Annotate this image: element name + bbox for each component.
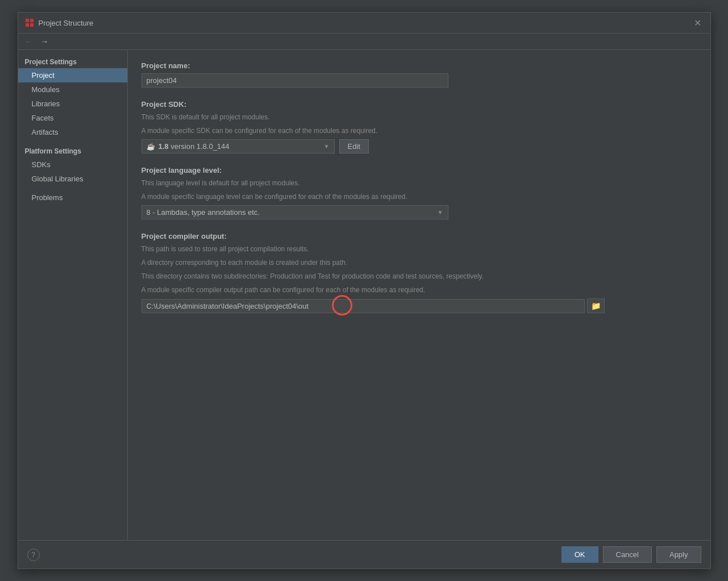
sidebar: Project Settings Project Modules Librari…	[18, 50, 128, 540]
action-buttons: OK Cancel Apply	[561, 546, 701, 563]
project-name-input[interactable]	[142, 73, 448, 88]
edit-sdk-button[interactable]: Edit	[339, 139, 369, 153]
compiler-desc4: A module specific compiler output path c…	[142, 285, 697, 295]
sdk-desc2: A module specific SDK can be configured …	[142, 126, 697, 136]
language-label: Project language level:	[142, 166, 697, 175]
svg-rect-0	[26, 19, 29, 22]
forward-button[interactable]: →	[39, 36, 51, 47]
compiler-output-input[interactable]	[142, 299, 585, 313]
sidebar-item-modules[interactable]: Modules	[18, 82, 127, 97]
project-name-label: Project name:	[142, 61, 697, 70]
bottom-bar: ? OK Cancel Apply	[18, 540, 710, 568]
sidebar-item-libraries[interactable]: Libraries	[18, 97, 127, 111]
compiler-desc1: This path is used to store all project c…	[142, 244, 697, 254]
sdk-dropdown[interactable]: ☕ 1.8 version 1.8.0_144 ▼	[142, 139, 335, 153]
sdk-version-text: 1.8 version 1.8.0_144	[159, 142, 321, 151]
compiler-desc3: This directory contains two subdirectori…	[142, 271, 697, 281]
close-button[interactable]: ✕	[692, 17, 704, 28]
cancel-button[interactable]: Cancel	[603, 546, 652, 563]
sidebar-item-artifacts[interactable]: Artifacts	[18, 125, 127, 139]
help-button[interactable]: ?	[27, 549, 40, 561]
title-bar: Project Structure ✕	[18, 13, 710, 34]
sdk-row: ☕ 1.8 version 1.8.0_144 ▼ Edit	[142, 139, 697, 153]
content-area: Project Settings Project Modules Librari…	[18, 50, 710, 540]
language-value: 8 - Lambdas, type annotations etc.	[147, 208, 438, 217]
dialog-title: Project Structure	[39, 19, 94, 27]
sidebar-item-global-libraries[interactable]: Global Libraries	[18, 172, 127, 186]
apply-button[interactable]: Apply	[656, 546, 701, 563]
project-name-section: Project name:	[142, 61, 697, 88]
main-content: Project name: Project SDK: This SDK is d…	[128, 50, 710, 540]
back-button[interactable]: ←	[23, 36, 35, 47]
browse-folder-button[interactable]: 📁	[587, 298, 605, 313]
compiler-desc2: A directory corresponding to each module…	[142, 258, 697, 268]
java-icon: ☕	[147, 143, 155, 151]
output-row: 📁	[142, 298, 697, 313]
app-icon	[25, 18, 34, 27]
sidebar-item-project[interactable]: Project	[18, 68, 127, 82]
language-desc1: This language level is default for all p…	[142, 178, 697, 188]
svg-rect-2	[26, 23, 29, 27]
nav-bar: ← →	[18, 34, 710, 50]
svg-rect-3	[30, 23, 34, 27]
platform-settings-section: Platform Settings	[18, 144, 127, 157]
svg-rect-1	[30, 19, 34, 22]
sdk-section: Project SDK: This SDK is default for all…	[142, 100, 697, 153]
project-settings-section: Project Settings	[18, 55, 127, 68]
ok-button[interactable]: OK	[561, 546, 598, 563]
compiler-label: Project compiler output:	[142, 232, 697, 240]
sdk-dropdown-arrow-icon: ▼	[324, 143, 330, 150]
language-dropdown-arrow-icon: ▼	[438, 209, 443, 215]
compiler-section: Project compiler output: This path is us…	[142, 232, 697, 313]
sdk-desc1: This SDK is default for all project modu…	[142, 112, 697, 122]
folder-icon: 📁	[591, 301, 601, 310]
language-desc2: A module specific language level can be …	[142, 192, 697, 202]
sidebar-item-problems[interactable]: Problems	[18, 190, 127, 205]
title-bar-left: Project Structure	[25, 18, 94, 27]
sidebar-item-sdks[interactable]: SDKs	[18, 157, 127, 172]
sidebar-item-facets[interactable]: Facets	[18, 111, 127, 125]
language-dropdown[interactable]: 8 - Lambdas, type annotations etc. ▼	[142, 205, 448, 219]
project-structure-dialog: Project Structure ✕ ← → Project Settings…	[18, 12, 711, 569]
sdk-label: Project SDK:	[142, 100, 697, 109]
language-section: Project language level: This language le…	[142, 166, 697, 219]
